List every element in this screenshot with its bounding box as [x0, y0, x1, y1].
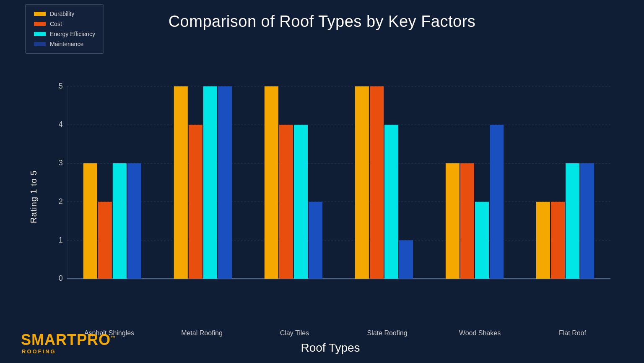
svg-text:2: 2 [59, 197, 63, 206]
brand-sub: ROOFING [22, 348, 56, 355]
svg-text:3: 3 [59, 159, 63, 167]
bar-rect [218, 86, 232, 279]
legend-item: Maintenance [34, 41, 95, 47]
y-axis-label-container: Rating 1 to 5 [25, 39, 42, 355]
bar-rect [384, 125, 398, 279]
bar-rect [370, 86, 384, 279]
grid-and-bars: 012345 [42, 39, 619, 326]
legend-label: Maintenance [50, 41, 83, 47]
chart-title: Comparison of Roof Types by Key Factors [169, 13, 476, 31]
bar-rect [174, 86, 188, 279]
bar-rect [536, 202, 550, 279]
x-axis-category-label: Metal Roofing [156, 329, 248, 337]
bar-rect [460, 163, 474, 279]
chart-inner: 012345 Asphalt ShinglesMetal RoofingClay… [42, 39, 619, 355]
bar-rect [189, 125, 203, 279]
bar-rect [294, 125, 308, 279]
legend-color-swatch [34, 22, 46, 26]
bar-rect [265, 86, 278, 279]
legend-item: Cost [34, 21, 95, 27]
legend-label: Energy Efficiency [50, 31, 95, 37]
bar-rect [309, 202, 322, 279]
bar-rect [203, 86, 217, 279]
bar-rect [355, 86, 369, 279]
bar-rect [551, 202, 565, 279]
page-container: Comparison of Roof Types by Key Factors … [0, 0, 644, 363]
bar-rect [566, 163, 579, 279]
legend-color-swatch [34, 32, 46, 36]
x-axis-labels: Asphalt ShinglesMetal RoofingClay TilesS… [42, 329, 619, 337]
svg-text:4: 4 [59, 120, 63, 128]
legend-label: Cost [50, 21, 62, 27]
x-axis-category-label: Slate Roofing [341, 329, 434, 337]
bar-rect [83, 163, 97, 279]
legend-color-swatch [34, 12, 46, 16]
bar-rect [399, 240, 413, 279]
legend-label: Durability [50, 10, 74, 17]
smartpro-logo: SMARTPRO™ ROOFING [21, 332, 116, 355]
bar-rect [490, 125, 504, 279]
bar-rect [279, 125, 293, 279]
svg-text:0: 0 [59, 274, 63, 282]
bar-rect [446, 163, 460, 279]
bar-chart-svg: 012345 [42, 39, 619, 326]
legend-item: Durability [34, 10, 95, 17]
bar-rect [127, 163, 141, 279]
legend-color-swatch [34, 42, 46, 46]
x-axis-title: Roof Types [42, 341, 619, 355]
svg-text:1: 1 [59, 236, 63, 244]
x-axis-category-label: Flat Roof [526, 329, 619, 337]
x-axis-category-label: Wood Shakes [434, 329, 526, 337]
svg-text:5: 5 [59, 82, 63, 90]
chart-plot: 012345 [42, 39, 619, 326]
legend-item: Energy Efficiency [34, 31, 95, 37]
x-axis-category-label: Clay Tiles [248, 329, 341, 337]
bar-rect [98, 202, 112, 279]
bar-rect [475, 202, 489, 279]
chart-area: Rating 1 to 5 012345 Asphalt ShinglesMet… [25, 39, 619, 355]
bar-rect [580, 163, 594, 279]
brand-name: SMARTPRO™ [21, 332, 116, 347]
bar-rect [113, 163, 127, 279]
y-axis-label: Rating 1 to 5 [29, 170, 39, 223]
legend: DurabilityCostEnergy EfficiencyMaintenan… [25, 4, 104, 54]
